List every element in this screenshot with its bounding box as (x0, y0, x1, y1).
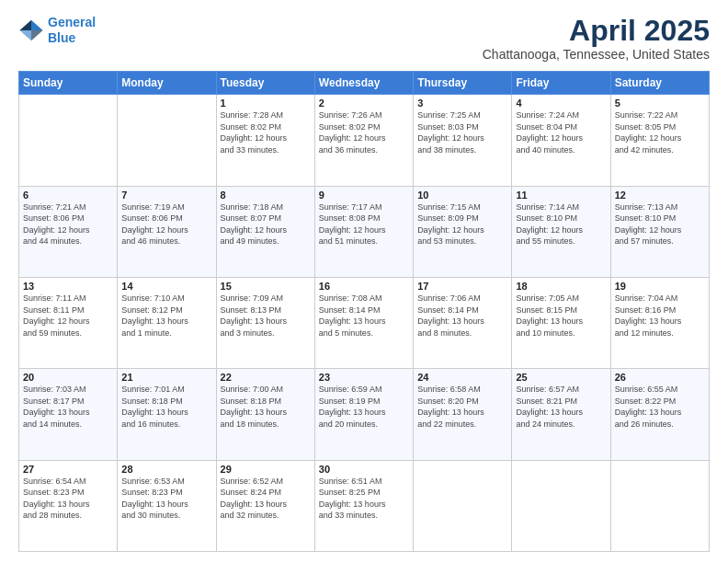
day-number: 12 (615, 190, 705, 201)
day-info: Sunrise: 6:58 AMSunset: 8:20 PMDaylight:… (417, 384, 507, 430)
day-info: Sunrise: 7:15 AMSunset: 8:09 PMDaylight:… (417, 201, 507, 247)
col-monday: Monday (118, 72, 216, 95)
calendar-cell: 11Sunrise: 7:14 AMSunset: 8:10 PMDayligh… (512, 186, 610, 277)
day-number: 21 (121, 372, 211, 383)
day-info: Sunrise: 6:59 AMSunset: 8:19 PMDaylight:… (319, 384, 409, 430)
day-number: 16 (319, 281, 409, 292)
day-number: 19 (615, 281, 705, 292)
day-number: 9 (319, 190, 409, 201)
calendar-cell: 23Sunrise: 6:59 AMSunset: 8:19 PMDayligh… (314, 369, 413, 460)
day-number: 29 (221, 464, 311, 475)
day-number: 17 (417, 281, 507, 292)
calendar-cell: 15Sunrise: 7:09 AMSunset: 8:13 PMDayligh… (216, 277, 314, 368)
month-title: April 2025 (483, 15, 710, 47)
col-friday: Friday (512, 72, 610, 95)
day-number: 11 (516, 190, 606, 201)
calendar-cell: 7Sunrise: 7:19 AMSunset: 8:06 PMDaylight… (118, 186, 216, 277)
calendar-cell: 14Sunrise: 7:10 AMSunset: 8:12 PMDayligh… (118, 277, 216, 368)
calendar-week-3: 13Sunrise: 7:11 AMSunset: 8:11 PMDayligh… (19, 277, 710, 368)
calendar-cell: 2Sunrise: 7:26 AMSunset: 8:02 PMDaylight… (314, 95, 413, 186)
day-number: 7 (121, 190, 211, 201)
day-number: 2 (319, 98, 409, 109)
day-number: 4 (516, 98, 606, 109)
calendar-cell (118, 95, 216, 186)
svg-marker-3 (19, 30, 31, 40)
day-number: 5 (615, 98, 705, 109)
day-info: Sunrise: 7:24 AMSunset: 8:04 PMDaylight:… (516, 109, 606, 155)
day-number: 23 (319, 372, 409, 383)
header: General Blue April 2025 Chattanooga, Ten… (18, 15, 710, 62)
day-number: 13 (23, 281, 113, 292)
day-number: 18 (516, 281, 606, 292)
calendar-week-4: 20Sunrise: 7:03 AMSunset: 8:17 PMDayligh… (19, 369, 710, 460)
logo: General Blue (18, 15, 96, 46)
day-number: 28 (121, 464, 211, 475)
calendar-cell: 1Sunrise: 7:28 AMSunset: 8:02 PMDaylight… (216, 95, 314, 186)
calendar-cell: 8Sunrise: 7:18 AMSunset: 8:07 PMDaylight… (216, 186, 314, 277)
calendar-week-2: 6Sunrise: 7:21 AMSunset: 8:06 PMDaylight… (19, 186, 710, 277)
calendar-cell (512, 460, 610, 551)
day-number: 30 (319, 464, 409, 475)
day-info: Sunrise: 7:22 AMSunset: 8:05 PMDaylight:… (615, 109, 705, 155)
day-number: 10 (417, 190, 507, 201)
calendar-cell: 20Sunrise: 7:03 AMSunset: 8:17 PMDayligh… (19, 369, 118, 460)
day-info: Sunrise: 7:04 AMSunset: 8:16 PMDaylight:… (615, 293, 705, 339)
day-number: 22 (221, 372, 311, 383)
day-info: Sunrise: 7:26 AMSunset: 8:02 PMDaylight:… (319, 109, 409, 155)
day-number: 6 (23, 190, 113, 201)
day-info: Sunrise: 6:51 AMSunset: 8:25 PMDaylight:… (319, 476, 409, 522)
logo-icon (18, 17, 44, 43)
day-info: Sunrise: 6:54 AMSunset: 8:23 PMDaylight:… (23, 476, 113, 522)
calendar-cell: 22Sunrise: 7:00 AMSunset: 8:18 PMDayligh… (216, 369, 314, 460)
col-wednesday: Wednesday (314, 72, 413, 95)
day-number: 8 (221, 190, 311, 201)
col-saturday: Saturday (610, 72, 709, 95)
day-info: Sunrise: 7:06 AMSunset: 8:14 PMDaylight:… (417, 293, 507, 339)
day-info: Sunrise: 7:09 AMSunset: 8:13 PMDaylight:… (221, 293, 311, 339)
calendar-cell (610, 460, 709, 551)
calendar-cell: 16Sunrise: 7:08 AMSunset: 8:14 PMDayligh… (314, 277, 413, 368)
day-info: Sunrise: 6:52 AMSunset: 8:24 PMDaylight:… (221, 476, 311, 522)
day-info: Sunrise: 7:11 AMSunset: 8:11 PMDaylight:… (23, 293, 113, 339)
calendar-cell: 27Sunrise: 6:54 AMSunset: 8:23 PMDayligh… (19, 460, 118, 551)
calendar-cell: 26Sunrise: 6:55 AMSunset: 8:22 PMDayligh… (610, 369, 709, 460)
calendar-cell (414, 460, 512, 551)
day-info: Sunrise: 7:05 AMSunset: 8:15 PMDaylight:… (516, 293, 606, 339)
day-info: Sunrise: 7:08 AMSunset: 8:14 PMDaylight:… (319, 293, 409, 339)
day-info: Sunrise: 7:25 AMSunset: 8:03 PMDaylight:… (417, 109, 507, 155)
svg-marker-1 (31, 30, 43, 40)
day-number: 1 (221, 98, 311, 109)
calendar-week-1: 1Sunrise: 7:28 AMSunset: 8:02 PMDaylight… (19, 95, 710, 186)
day-info: Sunrise: 7:10 AMSunset: 8:12 PMDaylight:… (121, 293, 211, 339)
calendar-cell: 28Sunrise: 6:53 AMSunset: 8:23 PMDayligh… (118, 460, 216, 551)
calendar-cell: 25Sunrise: 6:57 AMSunset: 8:21 PMDayligh… (512, 369, 610, 460)
day-number: 20 (23, 372, 113, 383)
location-subtitle: Chattanooga, Tennessee, United States (483, 47, 710, 62)
calendar-cell: 5Sunrise: 7:22 AMSunset: 8:05 PMDaylight… (610, 95, 709, 186)
calendar-header-row: Sunday Monday Tuesday Wednesday Thursday… (19, 72, 710, 95)
day-number: 25 (516, 372, 606, 383)
calendar-cell: 21Sunrise: 7:01 AMSunset: 8:18 PMDayligh… (118, 369, 216, 460)
day-info: Sunrise: 6:57 AMSunset: 8:21 PMDaylight:… (516, 384, 606, 430)
calendar-cell: 29Sunrise: 6:52 AMSunset: 8:24 PMDayligh… (216, 460, 314, 551)
calendar-cell: 24Sunrise: 6:58 AMSunset: 8:20 PMDayligh… (414, 369, 512, 460)
day-number: 24 (417, 372, 507, 383)
svg-marker-2 (19, 20, 31, 30)
logo-line1: General (48, 15, 96, 29)
calendar-table: Sunday Monday Tuesday Wednesday Thursday… (18, 71, 710, 552)
calendar-cell (19, 95, 118, 186)
col-thursday: Thursday (414, 72, 512, 95)
calendar-cell: 6Sunrise: 7:21 AMSunset: 8:06 PMDaylight… (19, 186, 118, 277)
calendar-week-5: 27Sunrise: 6:54 AMSunset: 8:23 PMDayligh… (19, 460, 710, 551)
calendar-cell: 9Sunrise: 7:17 AMSunset: 8:08 PMDaylight… (314, 186, 413, 277)
calendar-cell: 13Sunrise: 7:11 AMSunset: 8:11 PMDayligh… (19, 277, 118, 368)
day-info: Sunrise: 6:53 AMSunset: 8:23 PMDaylight:… (121, 476, 211, 522)
logo-text: General Blue (48, 15, 96, 46)
col-tuesday: Tuesday (216, 72, 314, 95)
day-info: Sunrise: 7:03 AMSunset: 8:17 PMDaylight:… (23, 384, 113, 430)
day-number: 14 (121, 281, 211, 292)
day-info: Sunrise: 7:13 AMSunset: 8:10 PMDaylight:… (615, 201, 705, 247)
calendar-cell: 18Sunrise: 7:05 AMSunset: 8:15 PMDayligh… (512, 277, 610, 368)
day-info: Sunrise: 7:19 AMSunset: 8:06 PMDaylight:… (121, 201, 211, 247)
logo-line2: Blue (48, 30, 75, 45)
